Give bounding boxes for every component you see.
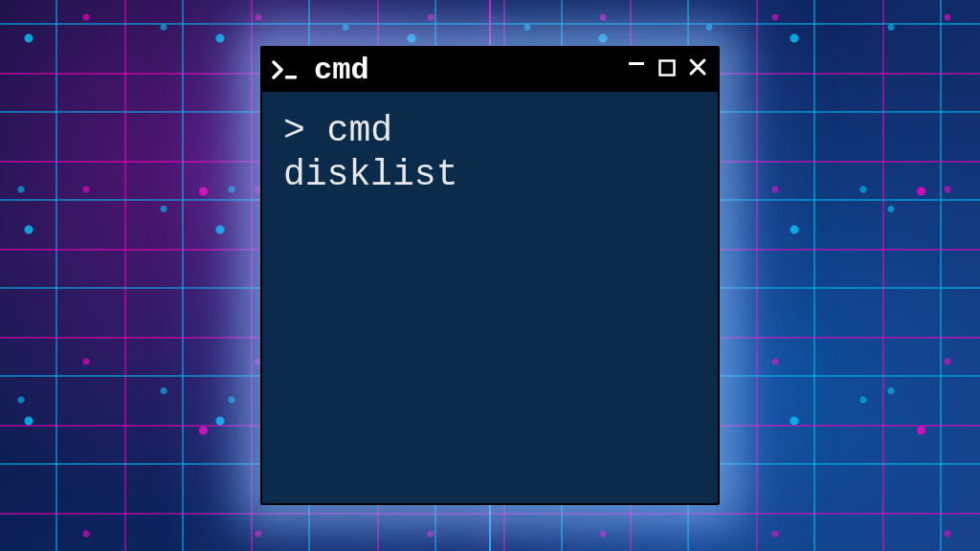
svg-rect-0 <box>285 76 297 79</box>
terminal-window: cmd > cmd disklist <box>260 46 720 505</box>
command-line: > cmd <box>283 109 697 153</box>
prompt-icon <box>272 58 301 81</box>
svg-rect-2 <box>660 60 675 75</box>
command-text: cmd <box>327 110 392 151</box>
window-title: cmd <box>308 53 618 88</box>
terminal-body[interactable]: > cmd disklist <box>262 92 718 503</box>
window-controls <box>626 55 708 85</box>
window-titlebar[interactable]: cmd <box>262 48 718 92</box>
close-button[interactable] <box>687 57 708 82</box>
output-line: disklist <box>283 153 697 197</box>
minimize-button[interactable] <box>626 49 647 79</box>
prompt-symbol: > <box>283 110 327 151</box>
svg-rect-1 <box>629 62 644 65</box>
maximize-button[interactable] <box>657 59 678 81</box>
